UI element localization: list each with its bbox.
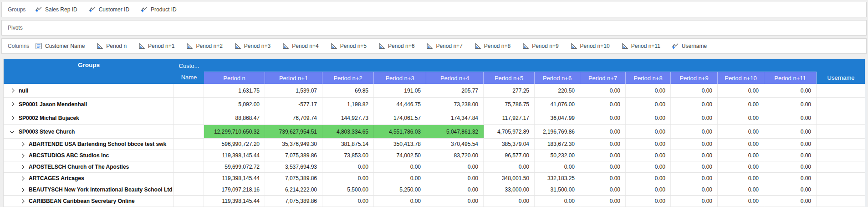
customer-name-column-header[interactable]: Custo... Name bbox=[174, 59, 204, 84]
chip-customer-id[interactable]: Customer ID bbox=[89, 6, 129, 13]
username-cell bbox=[817, 139, 865, 150]
table-row[interactable]: SP0002 Michal Bujacek88,868.4776,709.741… bbox=[4, 111, 865, 125]
value-cell: 0.00 bbox=[580, 139, 626, 150]
pivots-bar: Pivots bbox=[1, 20, 867, 36]
value-cell: 205.77 bbox=[426, 84, 484, 97]
period-column-header[interactable]: Period n+9 bbox=[671, 72, 718, 84]
period-column-header[interactable]: Period n+1 bbox=[265, 72, 322, 84]
triangle-icon bbox=[234, 42, 241, 50]
chip-period-n[interactable]: Period n bbox=[96, 42, 127, 50]
triangle-icon bbox=[96, 42, 103, 50]
table-row[interactable]: APOSTELSCH Church of The Apostles59,699,… bbox=[4, 161, 865, 173]
pivot-table: Groups Custo... Name Username Period nPe… bbox=[3, 59, 867, 207]
value-cell: 41,076.00 bbox=[535, 98, 580, 111]
chevron-right-icon[interactable] bbox=[10, 102, 15, 107]
period-column-header[interactable]: Period n+11 bbox=[764, 72, 817, 84]
value-cell: 0.00 bbox=[580, 84, 626, 97]
value-cell: -577.17 bbox=[265, 98, 322, 111]
chip-customer-name[interactable]: Customer Name bbox=[35, 42, 85, 50]
chevron-down-icon[interactable] bbox=[10, 129, 15, 133]
chevron-right-icon[interactable] bbox=[20, 187, 25, 192]
vertical-scrollbar[interactable] bbox=[865, 59, 867, 207]
value-cell: 119,398,145.44 bbox=[204, 196, 265, 207]
value-cell: 0.00 bbox=[626, 84, 671, 97]
period-column-header[interactable]: Period n+5 bbox=[484, 72, 535, 84]
group-cell: null bbox=[4, 84, 174, 97]
chip-period-n-5[interactable]: Period n+5 bbox=[330, 42, 367, 50]
value-cell: 7,075,389.86 bbox=[265, 173, 322, 184]
value-cell: 83,720.00 bbox=[426, 150, 484, 161]
chevron-right-icon[interactable] bbox=[20, 176, 25, 181]
table-row[interactable]: SP0001 Jason Mendenhall5,092.00-577.171,… bbox=[4, 98, 865, 111]
chip-period-n-1[interactable]: Period n+1 bbox=[138, 42, 174, 50]
chevron-right-icon[interactable] bbox=[20, 142, 25, 146]
chevron-right-icon[interactable] bbox=[20, 165, 25, 169]
chevron-right-icon[interactable] bbox=[20, 199, 25, 203]
value-cell: 74,002.50 bbox=[374, 150, 426, 161]
chip-label: Username bbox=[682, 43, 707, 49]
value-cell: 0.00 bbox=[671, 111, 718, 124]
chip-product-id[interactable]: Product ID bbox=[141, 6, 177, 13]
value-cell: 0.00 bbox=[718, 98, 764, 111]
value-cell: 596,990,727.20 bbox=[204, 139, 265, 150]
value-cell: 0.00 bbox=[484, 196, 535, 207]
value-cell: 0.00 bbox=[671, 84, 718, 97]
period-column-header[interactable]: Period n+10 bbox=[718, 72, 764, 84]
value-cell: 0.00 bbox=[671, 139, 718, 150]
chevron-right-icon[interactable] bbox=[20, 153, 25, 158]
period-column-header[interactable]: Period n+7 bbox=[580, 72, 626, 84]
chip-label: Period n+1 bbox=[148, 43, 174, 49]
username-cell bbox=[817, 173, 865, 184]
value-cell: 0.00 bbox=[626, 184, 671, 195]
table-row[interactable]: CARIBBEAN Caribbean Secretary Online119,… bbox=[4, 196, 865, 207]
value-cell: 119,398,145.44 bbox=[204, 173, 265, 184]
period-column-header[interactable]: Period n+4 bbox=[426, 72, 484, 84]
table-row[interactable]: BEAUTYSCH New York International Beauty … bbox=[4, 184, 865, 196]
chevron-right-icon[interactable] bbox=[10, 116, 15, 120]
chip-period-n-3[interactable]: Period n+3 bbox=[234, 42, 271, 50]
chip-period-n-4[interactable]: Period n+4 bbox=[282, 42, 318, 50]
period-column-header[interactable]: Period n+6 bbox=[535, 72, 580, 84]
value-cell: 0.00 bbox=[374, 173, 426, 184]
columns-bar: Columns Customer NamePeriod nPeriod n+1P… bbox=[1, 38, 867, 54]
table-row[interactable]: SP0003 Steve Church12,299,710,650.32739,… bbox=[4, 125, 865, 139]
chip-sales-rep-id[interactable]: Sales Rep ID bbox=[35, 6, 77, 13]
value-cell: 0.00 bbox=[580, 196, 626, 207]
value-cell: 0.00 bbox=[764, 98, 817, 111]
chip-period-n-9[interactable]: Period n+9 bbox=[522, 42, 558, 50]
group-label: ABCSTUDIOS ABC Studios Inc bbox=[29, 152, 109, 159]
value-cell: 7,075,389.86 bbox=[265, 150, 322, 161]
value-cell: 0.00 bbox=[671, 98, 718, 111]
period-column-header[interactable]: Period n+2 bbox=[322, 72, 374, 84]
period-column-header[interactable]: Period n+3 bbox=[374, 72, 426, 84]
table-row[interactable]: null1,631.751,539.0769.85191.05205.77277… bbox=[4, 84, 865, 98]
period-column-header[interactable]: Period n bbox=[204, 72, 265, 84]
chip-period-n-6[interactable]: Period n+6 bbox=[378, 42, 414, 50]
table-row[interactable]: ARTCAGES Artcages119,398,145.447,075,389… bbox=[4, 173, 865, 184]
value-cell: 0.00 bbox=[374, 196, 426, 207]
triangle-icon bbox=[474, 42, 481, 50]
table-row[interactable]: ABCSTUDIOS ABC Studios Inc119,398,145.44… bbox=[4, 150, 865, 161]
groups-column-header[interactable]: Groups bbox=[4, 59, 174, 84]
value-cell: 0.00 bbox=[671, 196, 718, 207]
chip-label: Period n+9 bbox=[532, 43, 558, 49]
value-cell: 0.00 bbox=[764, 111, 817, 124]
value-cell: 144,927.73 bbox=[322, 111, 374, 124]
username-column-header[interactable]: Username bbox=[817, 59, 865, 84]
value-cell: 0.00 bbox=[671, 173, 718, 184]
group-cell: CARIBBEAN Caribbean Secretary Online bbox=[4, 196, 174, 207]
chip-period-n-10[interactable]: Period n+10 bbox=[570, 42, 610, 50]
chevron-right-icon[interactable] bbox=[10, 88, 15, 93]
value-cell: 119,398,145.44 bbox=[204, 150, 265, 161]
value-cell: 0.00 bbox=[671, 150, 718, 161]
chip-period-n-8[interactable]: Period n+8 bbox=[474, 42, 511, 50]
chip-period-n-7[interactable]: Period n+7 bbox=[426, 42, 462, 50]
chip-username[interactable]: Username bbox=[672, 42, 707, 50]
chip-period-n-2[interactable]: Period n+2 bbox=[186, 42, 222, 50]
value-cell: 1,539.07 bbox=[265, 84, 322, 97]
period-column-header[interactable]: Period n+8 bbox=[626, 72, 671, 84]
value-cell: 370,495.54 bbox=[426, 139, 484, 150]
value-cell: 3,537,694.93 bbox=[265, 161, 322, 172]
chip-period-n-11[interactable]: Period n+11 bbox=[621, 42, 660, 50]
table-row[interactable]: ABARTENDE USA Bartending School bbcce te… bbox=[4, 139, 865, 150]
